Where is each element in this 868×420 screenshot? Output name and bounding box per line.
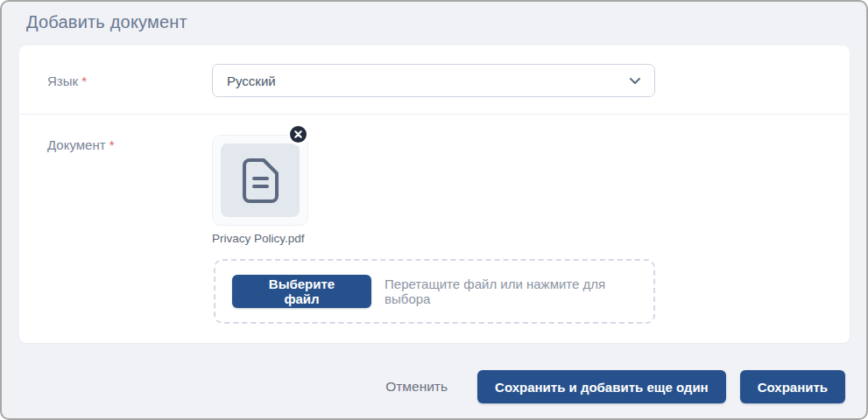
document-label-text: Документ xyxy=(47,137,106,152)
document-label: Документ * xyxy=(47,137,115,152)
language-label: Язык * xyxy=(47,74,87,88)
document-icon xyxy=(241,158,279,203)
required-mark: * xyxy=(81,74,87,88)
required-mark: * xyxy=(109,137,115,152)
file-name: Privacy Policy.pdf xyxy=(212,232,308,245)
dialog-actions: Отменить Сохранить и добавить еще один С… xyxy=(2,370,866,403)
remove-file-button[interactable] xyxy=(287,123,309,145)
language-select[interactable]: Русский xyxy=(212,64,655,97)
row-divider xyxy=(19,114,850,115)
save-button[interactable]: Сохранить xyxy=(740,370,845,403)
file-preview[interactable] xyxy=(212,135,308,226)
save-and-add-button[interactable]: Сохранить и добавить еще один xyxy=(477,370,726,403)
choose-file-button[interactable]: Выберите файл xyxy=(232,275,371,308)
file-preview-placeholder xyxy=(221,144,300,217)
uploaded-file-item: Privacy Policy.pdf xyxy=(212,135,308,245)
cancel-button[interactable]: Отменить xyxy=(375,379,458,395)
language-label-text: Язык xyxy=(47,74,78,88)
form-card: Язык * Русский Документ * xyxy=(19,46,850,343)
page-title: Добавить документ xyxy=(26,12,187,32)
close-icon xyxy=(294,130,302,138)
add-document-dialog: Добавить документ Язык * Русский Докумен… xyxy=(0,0,868,420)
chevron-down-icon xyxy=(628,74,642,88)
file-dropzone[interactable]: Выберите файл Перетащите файл или нажмит… xyxy=(214,259,655,324)
dropzone-hint: Перетащите файл или нажмите для выбора xyxy=(385,276,653,306)
language-select-value: Русский xyxy=(227,74,276,88)
